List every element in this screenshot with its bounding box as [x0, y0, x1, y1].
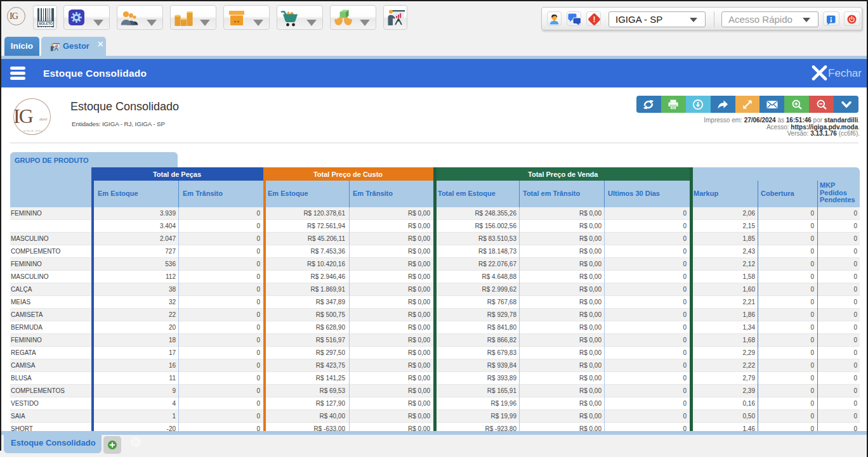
svg-text:!: ! [593, 15, 596, 24]
